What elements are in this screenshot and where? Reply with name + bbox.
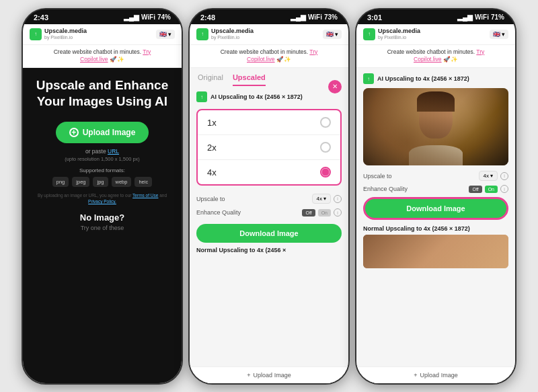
info-icon-enhance-2[interactable]: i	[334, 208, 342, 217]
chevron-down-icon-4: ▾	[502, 31, 505, 38]
formats-title-1: Supported formats:	[79, 167, 125, 173]
banner-link2-1[interactable]: Copilot.live	[80, 56, 108, 63]
enhance-control: Off On i	[302, 208, 342, 217]
format-webp: webp	[112, 177, 132, 187]
privacy-link[interactable]: Privacy Policy.	[88, 199, 116, 204]
nav-right-1: 🇬🇧 ▾	[156, 30, 175, 39]
flag-btn-3[interactable]: 🇬🇧 ▾	[490, 30, 508, 39]
upscale-to-control: 4x ▾ i	[312, 194, 342, 204]
phone-3: 3:01 ▂▄▆ WiFi 71% ↑ Upscale.media by Pix…	[355, 8, 516, 385]
banner-text-1: Create website chatbot in minutes.	[54, 48, 141, 55]
screen-1: ↑ Upscale.media by PixelBin.io 🇬🇧 ▾ Crea…	[23, 24, 182, 383]
upscale-icon-2: ↑	[196, 91, 207, 102]
upscale-control-row: Upscale to 4x ▾ i	[196, 194, 342, 204]
bg-glow	[363, 88, 508, 165]
info-icon-upscale-2[interactable]: i	[334, 195, 342, 203]
format-jpg: jpg	[93, 177, 108, 187]
phone3-toggle-off[interactable]: Off	[469, 186, 482, 193]
option-row-1x[interactable]: 1x	[198, 110, 340, 135]
time-3: 3:01	[367, 13, 382, 22]
logo-text-1: Upscale.media	[44, 28, 87, 35]
flag-btn-1[interactable]: 🇬🇧 ▾	[156, 30, 175, 39]
wifi-icon-3: WiFi	[475, 13, 489, 21]
wifi-icon-2: WiFi	[308, 13, 322, 21]
logo-2: ↑ Upscale.media by PixelBin.io	[196, 28, 254, 40]
banner-text-2: Create website chatbot in minutes.	[221, 48, 308, 55]
toggle-off-2[interactable]: Off	[302, 209, 315, 217]
banner-link-32[interactable]: Copilot.live	[414, 56, 442, 63]
signal-icon-3: ▂▄▆	[457, 13, 473, 21]
upload-btn-1[interactable]: + Upload Image	[56, 122, 149, 143]
logo-icon-1: ↑	[30, 28, 42, 40]
plus-icon-3: +	[414, 372, 417, 379]
nav-right-2: 🇬🇧 ▾	[323, 30, 342, 39]
logo-3: ↑ Upscale.media by PixelBin.io	[363, 28, 420, 40]
phone-2: 2:48 ▂▄▆ WiFi 73% ↑ Upscale.media by Pix…	[188, 8, 350, 385]
phone2-main: Original Upscaled ✕ ↑ AI Upscaling to 4x…	[190, 68, 348, 383]
option-label-2x: 2x	[207, 143, 217, 153]
screen-3: ↑ Upscale.media by PixelBin.io 🇬🇧 ▾ Crea…	[356, 24, 515, 383]
option-row-2x[interactable]: 2x	[198, 135, 340, 160]
banner-link-22[interactable]: Copilot.live	[247, 56, 275, 63]
logo-sub-3: by PixelBin.io	[378, 35, 420, 40]
radio-4x[interactable]	[320, 167, 331, 178]
tabs-row-2: Original Upscaled	[190, 68, 348, 86]
banner-link-31[interactable]: Try	[476, 48, 484, 55]
phone3-toggle-row: Off On	[469, 186, 498, 193]
logo-text-block-2: Upscale.media by PixelBin.io	[211, 28, 254, 40]
time-1: 2:43	[34, 13, 48, 22]
phone3-upscale-select[interactable]: 4x ▾	[479, 171, 498, 181]
upscale-select-2[interactable]: 4x ▾	[312, 194, 331, 204]
status-bar-1: 2:43 ▂▄▆ WiFi 74%	[23, 9, 182, 24]
enhance-label-2: Enhance Quality	[196, 209, 241, 216]
terms-text-1: By uploading an image or URL, you agree …	[31, 192, 174, 204]
phone3-toggle-on[interactable]: On	[485, 186, 498, 193]
phone3-main: ↑ AI Upscaling to 4x (2456 × 1872) Upsca…	[356, 68, 515, 383]
flag-btn-2[interactable]: 🇬🇧 ▾	[323, 30, 342, 39]
upload-bottom-bar-3: + Upload Image	[356, 366, 515, 383]
nav-bar-1: ↑ Upscale.media by PixelBin.io 🇬🇧 ▾	[23, 24, 182, 45]
radio-2x[interactable]	[320, 142, 331, 153]
upload-icon-1: +	[69, 128, 79, 137]
banner-link-1[interactable]: Try	[143, 48, 151, 55]
no-image-sub: Try one of these	[81, 225, 124, 231]
download-btn-2[interactable]: Download Image	[196, 224, 342, 243]
no-image-title: No Image?	[80, 212, 124, 223]
portrait-image-3	[363, 88, 508, 165]
time-2: 2:48	[200, 13, 215, 22]
phone3-enhance-ctrl: Off On i	[469, 185, 508, 193]
banner-emoji-3: 🚀✨	[443, 56, 458, 63]
option-row-4x[interactable]: 4x	[198, 160, 340, 184]
logo-text-3: Upscale.media	[378, 28, 420, 35]
status-icons-2: ▂▄▆ WiFi 73%	[291, 13, 338, 21]
terms-of-use-link[interactable]: Terms of Use	[132, 193, 158, 198]
option-label-4x: 4x	[207, 167, 217, 178]
url-text-1: or paste URL	[85, 148, 119, 155]
radio-1x[interactable]	[320, 117, 331, 128]
tab-upscaled[interactable]: Upscaled	[233, 73, 266, 86]
upscale-select-val-2: 4x	[317, 196, 322, 202]
info-icon-enhance-3[interactable]: i	[500, 185, 508, 193]
resolution-text-1: (upto resolution 1,500 x 1,500 px)	[65, 156, 140, 162]
flag-emoji-1: 🇬🇧	[159, 31, 167, 38]
formats-list-1: png jpeg jpg webp heic	[52, 177, 152, 187]
phone3-upscale-ctrl: 4x ▾ i	[479, 171, 508, 181]
signal-icon-1: ▂▄▆	[124, 13, 139, 21]
hero-title: Upscale and Enhance Your Images Using AI	[31, 77, 174, 110]
banner-link-21[interactable]: Try	[309, 48, 317, 55]
close-btn-2[interactable]: ✕	[328, 80, 342, 93]
normal-section-3: Normal Upscaling to 4x (2456 × 1872)	[356, 225, 515, 268]
url-link-1[interactable]: URL	[108, 148, 119, 155]
toggle-row-2: Off On	[302, 209, 331, 217]
upload-btn-label-1: Upload Image	[83, 128, 136, 137]
tab-original[interactable]: Original	[198, 73, 223, 86]
phone3-header-text: AI Upscaling to 4x (2456 × 1872)	[377, 75, 469, 82]
logo-1: ↑ Upscale.media by PixelBin.io	[30, 28, 87, 40]
format-jpeg: jpeg	[72, 177, 89, 187]
format-png: png	[52, 177, 69, 187]
toggle-on-2[interactable]: On	[318, 209, 331, 217]
info-icon-upscale-3[interactable]: i	[500, 172, 508, 180]
upscale-label-text-2: AI Upscaling to 4x (2456 × 1872)	[210, 93, 303, 100]
download-btn-3[interactable]: Download Image	[363, 197, 508, 220]
battery-3: 71%	[491, 13, 504, 21]
